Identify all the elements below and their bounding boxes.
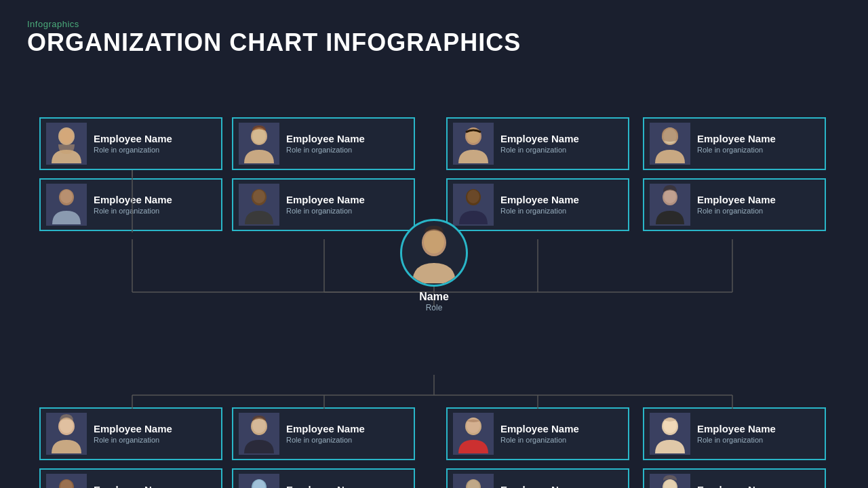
center-node: Name Role <box>400 219 468 312</box>
svg-point-42 <box>252 418 266 433</box>
emp-info-b1: Employee Name Role in organization <box>94 423 172 444</box>
emp-info-b8: Employee Name Role in organization <box>697 484 776 488</box>
emp-info-b6: Employee Name Role in organization <box>286 484 365 488</box>
svg-point-22 <box>60 190 73 203</box>
avatar-t4 <box>650 123 690 165</box>
emp-info-t1: Employee Name Role in organization <box>94 133 172 154</box>
emp-card-b7: Employee Name Role in organization <box>446 468 629 488</box>
emp-card-b2: Employee Name Role in organization <box>232 407 415 460</box>
emp-info-t5: Employee Name Role in organization <box>94 194 172 215</box>
emp-card-t8: Employee Name Role in organization <box>643 178 826 231</box>
emp-info-t4: Employee Name Role in organization <box>697 133 776 154</box>
avatar-b6 <box>239 474 279 488</box>
avatar-b3 <box>453 413 494 455</box>
emp-card-b1: Employee Name Role in organization <box>39 407 222 460</box>
svg-point-38 <box>60 418 73 433</box>
emp-info-t7: Employee Name Role in organization <box>500 194 579 215</box>
avatar-t2 <box>239 123 279 165</box>
emp-card-t7: Employee Name Role in organization <box>446 178 629 231</box>
emp-info-t6: Employee Name Role in organization <box>286 194 365 215</box>
emp-info-t8: Employee Name Role in organization <box>697 194 776 215</box>
avatar-b1 <box>46 413 87 455</box>
svg-point-30 <box>467 190 479 203</box>
emp-card-t2: Employee Name Role in organization <box>232 117 415 170</box>
center-avatar <box>400 219 468 287</box>
emp-card-t3: Employee Name Role in organization <box>446 117 629 170</box>
emp-card-t4: Employee Name Role in organization <box>643 117 826 170</box>
page-title: ORGANIZATION CHART INFOGRAPHICS <box>27 29 841 56</box>
svg-point-34 <box>664 190 676 203</box>
chart-area: Employee Name Role in organization Emplo… <box>0 63 868 483</box>
svg-point-20 <box>60 129 73 144</box>
avatar-b4 <box>650 413 690 455</box>
center-name: Name <box>419 291 449 303</box>
infographics-label: Infographics <box>27 19 841 29</box>
emp-info-b3: Employee Name Role in organization <box>500 423 579 444</box>
svg-point-36 <box>424 230 444 253</box>
emp-card-b3: Employee Name Role in organization <box>446 407 629 460</box>
emp-card-b8: Employee Name Role in organization <box>643 468 826 488</box>
emp-card-t1: Employee Name Role in organization <box>39 117 222 170</box>
avatar-t5 <box>46 184 87 226</box>
avatar-b7 <box>453 474 494 488</box>
avatar-b5 <box>46 474 87 488</box>
emp-info-b7: Employee Name Role in organization <box>500 484 579 488</box>
svg-point-26 <box>253 190 265 203</box>
emp-info-t2: Employee Name Role in organization <box>286 133 365 154</box>
avatar-b8 <box>650 474 690 488</box>
emp-info-b2: Employee Name Role in organization <box>286 423 365 444</box>
emp-card-b5: Employee Name Role in organization <box>39 468 222 488</box>
avatar-t3 <box>453 123 494 165</box>
emp-card-b4: Employee Name Role in organization <box>643 407 826 460</box>
header: Infographics ORGANIZATION CHART INFOGRAP… <box>0 0 868 63</box>
emp-info-b5: Employee Name Role in organization <box>94 484 172 488</box>
avatar-b2 <box>239 413 279 455</box>
emp-info-b4: Employee Name Role in organization <box>697 423 776 444</box>
avatar-t6 <box>239 184 279 226</box>
avatar-t8 <box>650 184 690 226</box>
svg-point-24 <box>252 129 266 144</box>
emp-info-t3: Employee Name Role in organization <box>500 133 579 154</box>
emp-card-t5: Employee Name Role in organization <box>39 178 222 231</box>
emp-card-b6: Employee Name Role in organization <box>232 468 415 488</box>
center-role: Role <box>426 303 443 312</box>
emp-card-t6: Employee Name Role in organization <box>232 178 415 231</box>
avatar-t1 <box>46 123 87 165</box>
